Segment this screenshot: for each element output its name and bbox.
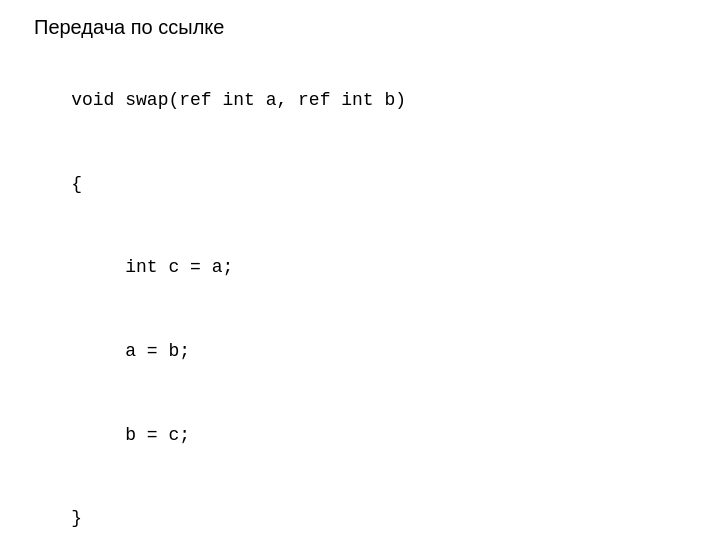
code-line-1: void swap(ref int a, ref int b) bbox=[71, 90, 406, 110]
page-container: Передача по ссылке void swap(ref int a, … bbox=[0, 0, 720, 540]
code-line-2: { bbox=[71, 174, 82, 194]
code-line-3: int c = a; bbox=[71, 257, 233, 277]
code-line-4: a = b; bbox=[71, 341, 190, 361]
code-line-6: } bbox=[71, 508, 82, 528]
code-line-5: b = c; bbox=[71, 425, 190, 445]
code-block: void swap(ref int a, ref int b) { int c … bbox=[28, 59, 696, 540]
page-title: Передача по ссылке bbox=[34, 16, 696, 39]
